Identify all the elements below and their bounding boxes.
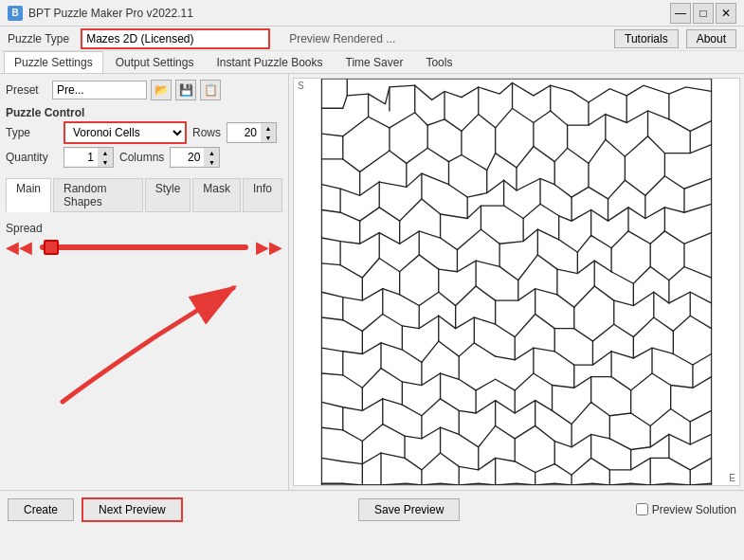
menu-bar: Puzzle Type Mazes 2D (Licensed) Mazes 3D… <box>0 27 744 51</box>
preset-save-button[interactable]: 💾 <box>175 80 196 100</box>
type-row: Type Voronoi Cells Square Hexagonal Rows… <box>6 121 282 144</box>
columns-spinners: ▲ ▼ <box>204 148 219 167</box>
rows-down-button[interactable]: ▼ <box>261 133 276 142</box>
maze-start-label: S <box>298 81 304 91</box>
tutorials-button[interactable]: Tutorials <box>614 29 679 48</box>
maze-svg <box>294 79 739 485</box>
quantity-row: Quantity ▲ ▼ Columns ▲ ▼ <box>6 147 282 168</box>
puzzle-control-section: Puzzle Control Type Voronoi Cells Square… <box>6 106 282 171</box>
columns-label: Columns <box>119 151 164 164</box>
spread-section: Spread ◀◀ ▶▶ <box>6 222 282 256</box>
preview-solution-wrapper: Preview Solution <box>636 503 736 516</box>
quantity-label: Quantity <box>6 151 58 164</box>
maximize-button[interactable]: □ <box>693 3 714 24</box>
maze-end-label: E <box>729 473 735 483</box>
sub-tab-mask[interactable]: Mask <box>192 178 241 212</box>
preview-rendered-text: Preview Rendered ... <box>289 32 395 45</box>
maze-preview-panel: S E <box>293 78 740 486</box>
rows-input-wrapper: ▲ ▼ <box>227 122 277 143</box>
type-select[interactable]: Voronoi Cells Square Hexagonal <box>64 121 187 144</box>
sub-tab-info[interactable]: Info <box>243 178 282 212</box>
quantity-up-button[interactable]: ▲ <box>98 148 113 157</box>
rows-up-button[interactable]: ▲ <box>261 123 276 133</box>
columns-input-wrapper: ▲ ▼ <box>170 147 220 168</box>
app-icon: B <box>8 6 23 21</box>
next-preview-button[interactable]: Next Preview <box>82 497 183 522</box>
left-panel: Preset 📂 💾 📋 Puzzle Control Type Voronoi… <box>0 74 289 490</box>
title-bar: B BPT Puzzle Maker Pro v2022.11 — □ ✕ <box>0 0 744 27</box>
quantity-input[interactable] <box>64 149 98 166</box>
quantity-spinners: ▲ ▼ <box>98 148 113 167</box>
columns-input[interactable] <box>171 149 204 166</box>
annotation-arrow-svg <box>6 260 271 411</box>
sub-tab-style[interactable]: Style <box>145 178 191 212</box>
puzzle-type-select[interactable]: Mazes 2D (Licensed) Mazes 3D Word Search <box>81 28 270 49</box>
quantity-down-button[interactable]: ▼ <box>98 157 113 167</box>
preset-folder-button[interactable]: 📂 <box>151 80 172 100</box>
sub-tab-bar: Main Random Shapes Style Mask Info <box>6 178 282 212</box>
main-tab-bar: Puzzle Settings Output Settings Instant … <box>0 51 744 74</box>
tab-puzzle-settings[interactable]: Puzzle Settings <box>4 51 103 73</box>
type-label: Type <box>6 126 58 139</box>
minimize-button[interactable]: — <box>670 3 691 24</box>
preset-row: Preset 📂 💾 📋 <box>6 80 282 100</box>
save-preview-button[interactable]: Save Preview <box>358 498 460 521</box>
spread-label: Spread <box>6 222 282 235</box>
preset-input[interactable] <box>52 81 147 99</box>
rows-label: Rows <box>192 126 221 139</box>
about-button[interactable]: About <box>686 29 736 48</box>
preset-saveas-button[interactable]: 📋 <box>200 80 221 100</box>
spread-right-arrow[interactable]: ▶▶ <box>256 239 282 256</box>
spread-track[interactable] <box>40 244 248 250</box>
preset-label: Preset <box>6 83 48 97</box>
spread-thumb[interactable] <box>44 240 59 255</box>
tab-instant-puzzle-books[interactable]: Instant Puzzle Books <box>206 51 333 73</box>
bottom-bar: Create Next Preview Save Preview Preview… <box>0 490 744 528</box>
window-title: BPT Puzzle Maker Pro v2022.11 <box>28 7 670 20</box>
close-button[interactable]: ✕ <box>716 3 736 24</box>
menu-right-buttons: Tutorials About <box>614 29 736 48</box>
main-area: Preset 📂 💾 📋 Puzzle Control Type Voronoi… <box>0 74 744 490</box>
puzzle-type-label: Puzzle Type <box>8 32 69 45</box>
spread-row: ◀◀ ▶▶ <box>6 239 282 256</box>
quantity-input-wrapper: ▲ ▼ <box>64 147 114 168</box>
create-button[interactable]: Create <box>8 498 74 521</box>
sub-tab-main[interactable]: Main <box>6 178 51 212</box>
annotation-section <box>6 260 282 411</box>
sub-tab-random-shapes[interactable]: Random Shapes <box>53 178 143 212</box>
columns-up-button[interactable]: ▲ <box>204 148 219 157</box>
spread-left-arrow[interactable]: ◀◀ <box>6 239 32 256</box>
tab-output-settings[interactable]: Output Settings <box>105 51 205 73</box>
rows-input[interactable] <box>227 124 261 141</box>
tab-time-saver[interactable]: Time Saver <box>336 51 414 73</box>
rows-spinners: ▲ ▼ <box>261 123 276 142</box>
columns-down-button[interactable]: ▼ <box>204 157 219 167</box>
puzzle-control-label: Puzzle Control <box>6 106 282 119</box>
puzzle-type-dropdown-wrapper[interactable]: Mazes 2D (Licensed) Mazes 3D Word Search <box>81 28 270 49</box>
preview-solution-label: Preview Solution <box>652 503 736 516</box>
preview-solution-checkbox[interactable] <box>636 503 648 515</box>
tab-tools[interactable]: Tools <box>415 51 463 73</box>
window-controls: — □ ✕ <box>670 3 736 24</box>
